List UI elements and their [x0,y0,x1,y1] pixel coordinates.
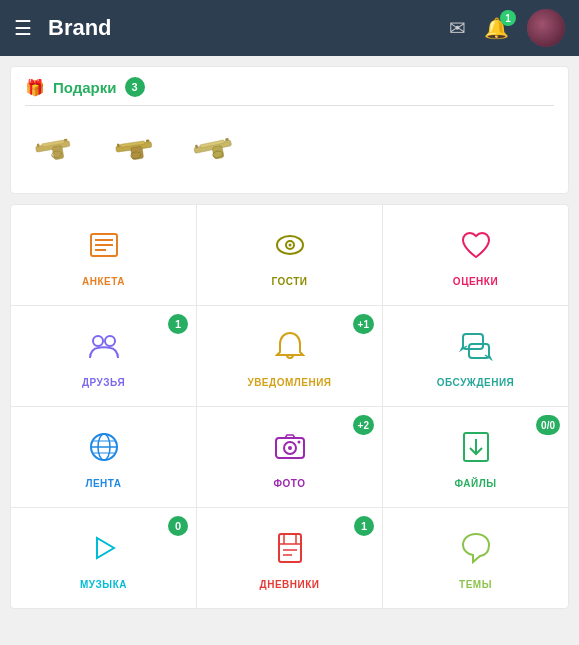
muzika-icon [86,530,122,571]
gun-svg-3 [188,124,253,172]
gift-icon: 🎁 [25,78,45,97]
lenta-label: ЛЕНТА [85,478,121,489]
avatar[interactable] [527,9,565,47]
grid-row-3: ЛЕНТА +2 ФОТО 0/0 [11,407,568,508]
avatar-image [527,9,565,47]
svg-point-37 [297,441,300,444]
mail-icon[interactable]: ✉ [449,16,466,40]
gun-svg-2 [108,124,173,172]
notification-badge: 1 [500,10,516,26]
cell-uvedomleniya[interactable]: +1 УВЕДОМЛЕНИЯ [197,306,383,406]
foto-icon [272,429,308,470]
cell-lenta[interactable]: ЛЕНТА [11,407,197,507]
anketa-label: АНКЕТА [82,276,125,287]
gosti-icon [272,227,308,268]
cell-ocenki[interactable]: ОЦЕНКИ [383,205,568,305]
svg-point-26 [105,336,115,346]
main-content: 🎁 Подарки 3 [0,56,579,619]
foto-badge: +2 [353,415,374,435]
notification-button[interactable]: 🔔 1 [484,16,509,40]
grid-section: АНКЕТА ГОСТИ ОЦЕНКИ [10,204,569,609]
lenta-icon [86,429,122,470]
svg-rect-10 [116,143,119,147]
cell-dnevniki[interactable]: 1 ДНЕВНИКИ [197,508,383,608]
gifts-section: 🎁 Подарки 3 [10,66,569,194]
dnevniki-icon [272,530,308,571]
foto-label: ФОТО [274,478,306,489]
gifts-header: 🎁 Подарки 3 [25,77,554,106]
svg-marker-40 [97,538,114,558]
grid-row-4: 0 МУЗЫКА 1 [11,508,568,608]
gosti-label: ГОСТИ [271,276,307,287]
svg-point-25 [93,336,103,346]
muzika-badge: 0 [168,516,188,536]
gifts-row [25,116,554,179]
temy-label: ТЕМЫ [459,579,492,590]
cell-gosti[interactable]: ГОСТИ [197,205,383,305]
svg-rect-11 [145,139,149,142]
cell-temy[interactable]: ТЕМЫ [383,508,568,608]
gift-item-3[interactable] [185,120,255,175]
ocenki-icon [458,227,494,268]
cell-anketa[interactable]: АНКЕТА [11,205,197,305]
obsuzhdeniya-icon [458,328,494,369]
brand-title: Brand [48,15,433,41]
svg-point-24 [288,244,291,247]
dnevniki-badge: 1 [354,516,374,536]
fayly-badge: 0/0 [536,415,560,435]
cell-foto[interactable]: +2 ФОТО [197,407,383,507]
muzika-label: МУЗЫКА [80,579,127,590]
header: ☰ Brand ✉ 🔔 1 [0,0,579,56]
anketa-icon [86,227,122,268]
grid-row-2: 1 ДРУЗЬЯ +1 [11,306,568,407]
cell-muzika[interactable]: 0 МУЗЫКА [11,508,197,608]
svg-rect-41 [279,534,301,562]
cell-fayly[interactable]: 0/0 ФАЙЛЫ [383,407,568,507]
uvedomleniya-badge: +1 [353,314,374,334]
cell-obsuzhdeniya[interactable]: ОБСУЖДЕНИЯ [383,306,568,406]
gifts-title: Подарки [53,79,117,96]
druzya-label: ДРУЗЬЯ [82,377,125,388]
temy-icon [458,530,494,571]
uvedomleniya-label: УВЕДОМЛЕНИЯ [247,377,331,388]
grid-row-1: АНКЕТА ГОСТИ ОЦЕНКИ [11,205,568,306]
header-icons: ✉ 🔔 1 [449,9,565,47]
dnevniki-label: ДНЕВНИКИ [260,579,320,590]
ocenki-label: ОЦЕНКИ [453,276,498,287]
gun-svg-1 [28,124,93,172]
fayly-label: ФАЙЛЫ [454,478,496,489]
gift-item-2[interactable] [105,120,175,175]
fayly-icon [458,429,494,470]
druzya-icon [86,328,122,369]
gift-item-1[interactable] [25,120,95,175]
svg-point-36 [288,446,292,450]
uvedomleniya-icon [272,328,308,369]
menu-icon[interactable]: ☰ [14,18,32,38]
gifts-count-badge: 3 [125,77,145,97]
druzya-badge: 1 [168,314,188,334]
obsuzhdeniya-label: ОБСУЖДЕНИЯ [437,377,515,388]
cell-druzya[interactable]: 1 ДРУЗЬЯ [11,306,197,406]
